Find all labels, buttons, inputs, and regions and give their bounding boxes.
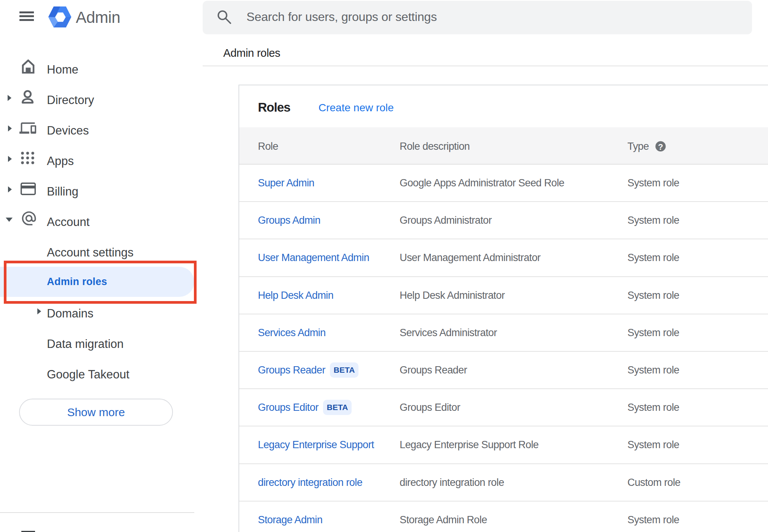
svg-text:?: ?: [658, 142, 663, 152]
